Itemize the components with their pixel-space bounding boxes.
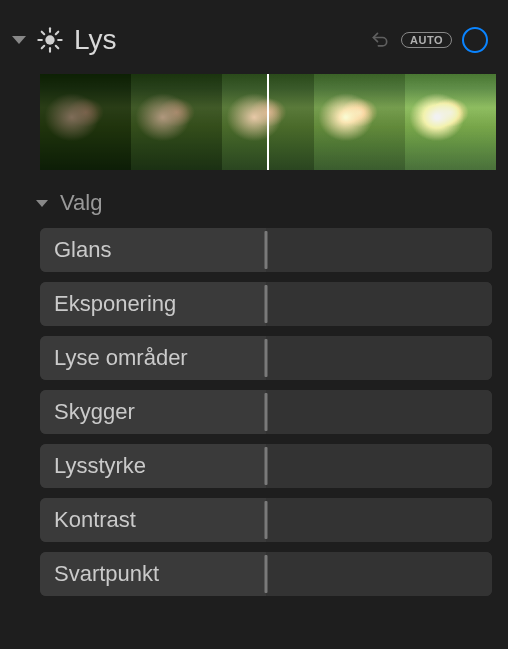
preview-thumb [131, 74, 222, 170]
header-right: AUTO [369, 27, 488, 53]
preview-thumb [40, 74, 131, 170]
preview-thumb [405, 74, 496, 170]
slider-handle[interactable] [265, 339, 268, 377]
sliders-container: Glans Eksponering Lyse områder Skygger L… [12, 228, 496, 596]
options-label: Valg [60, 190, 102, 216]
slider-lysstyrke[interactable]: Lysstyrke [40, 444, 492, 488]
slider-eksponering[interactable]: Eksponering [40, 282, 492, 326]
svg-line-7 [42, 46, 45, 49]
slider-lyse-omrader[interactable]: Lyse områder [40, 336, 492, 380]
enable-toggle[interactable] [462, 27, 488, 53]
light-panel-header: Lys AUTO [12, 12, 496, 74]
slider-handle[interactable] [265, 447, 268, 485]
svg-point-0 [45, 35, 54, 44]
collapse-chevron-icon[interactable] [12, 36, 26, 44]
slider-glans[interactable]: Glans [40, 228, 492, 272]
chevron-down-icon [36, 200, 48, 207]
slider-handle[interactable] [265, 501, 268, 539]
reset-icon[interactable] [369, 29, 391, 51]
slider-handle[interactable] [265, 393, 268, 431]
slider-kontrast[interactable]: Kontrast [40, 498, 492, 542]
slider-skygger[interactable]: Skygger [40, 390, 492, 434]
preview-thumb [314, 74, 405, 170]
header-left: Lys [12, 24, 369, 56]
slider-handle[interactable] [265, 231, 268, 269]
panel-title: Lys [74, 24, 117, 56]
light-preview-strip[interactable] [40, 74, 496, 170]
light-icon [36, 26, 64, 54]
slider-handle[interactable] [265, 555, 268, 593]
svg-line-8 [56, 32, 59, 35]
options-header[interactable]: Valg [12, 186, 496, 228]
svg-line-5 [42, 32, 45, 35]
svg-line-6 [56, 46, 59, 49]
auto-button[interactable]: AUTO [401, 32, 452, 48]
preview-indicator[interactable] [267, 74, 269, 170]
slider-handle[interactable] [265, 285, 268, 323]
slider-svartpunkt[interactable]: Svartpunkt [40, 552, 492, 596]
